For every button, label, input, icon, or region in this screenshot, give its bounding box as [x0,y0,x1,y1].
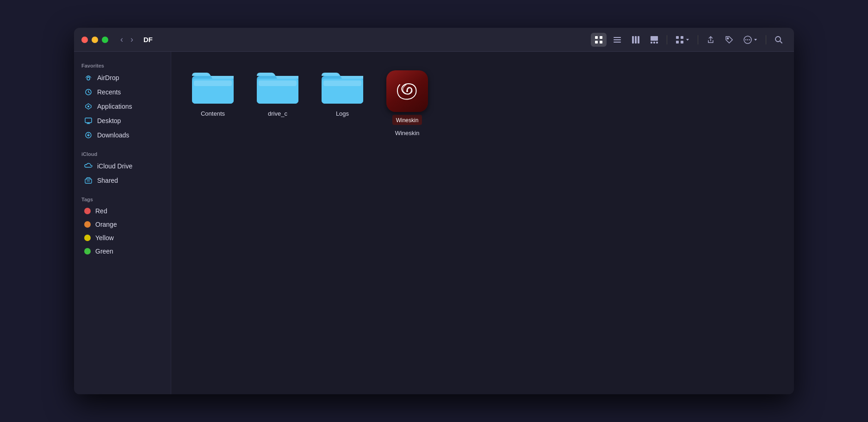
folder-title: DF [143,36,153,43]
logs-label: Logs [336,110,349,117]
icloud-drive-icon [84,162,93,170]
svg-point-23 [749,39,750,40]
view-gallery-button[interactable] [646,33,662,47]
svg-rect-4 [614,37,621,38]
tag-red-dot [84,208,91,214]
svg-rect-16 [676,41,679,43]
share-button[interactable] [703,33,719,47]
svg-rect-9 [638,36,639,43]
sidebar-section-favorites: Favorites [74,59,171,70]
search-button[interactable] [771,33,787,47]
shared-label: Shared [97,177,118,184]
svg-rect-8 [635,36,637,43]
recents-label: Recents [97,88,121,96]
svg-rect-38 [194,81,232,86]
svg-rect-3 [600,41,602,43]
view-columns-button[interactable] [628,33,644,47]
sidebar-item-tag-green[interactable]: Green [77,245,168,258]
svg-rect-30 [85,118,92,123]
sidebar-item-downloads[interactable]: Downloads [77,128,168,142]
svg-point-29 [87,106,89,107]
sidebar-item-tag-orange[interactable]: Orange [77,218,168,231]
sidebar-item-tag-red[interactable]: Red [77,205,168,217]
svg-rect-1 [600,36,602,39]
svg-rect-13 [656,42,658,43]
svg-point-22 [747,39,748,40]
airdrop-icon [84,74,93,82]
tag-orange-dot [84,221,91,228]
svg-rect-0 [595,36,598,39]
minimize-button[interactable] [92,37,98,43]
svg-line-26 [780,41,782,43]
svg-rect-17 [681,41,683,43]
separator-3 [766,35,766,44]
recents-icon [84,88,93,96]
applications-icon [84,102,93,111]
tag-red-label: Red [95,207,107,215]
wineskin-label: Wineskin [395,130,420,137]
traffic-lights [81,37,108,43]
contents-label: Contents [201,110,225,117]
svg-rect-7 [632,36,634,43]
separator-1 [667,35,667,44]
tag-yellow-dot [84,235,91,241]
sidebar-section-icloud: iCloud [74,148,171,159]
separator-2 [698,35,698,44]
sidebar-section-tags: Tags [74,193,171,204]
sidebar-item-tag-yellow[interactable]: Yellow [77,231,168,244]
svg-rect-2 [595,41,598,43]
icloud-drive-label: iCloud Drive [97,162,132,170]
file-item-contents[interactable]: Contents [185,66,241,141]
sidebar-item-recents[interactable]: Recents [77,85,168,99]
view-list-button[interactable] [609,33,625,47]
view-icons-button[interactable] [591,33,607,47]
sidebar: Favorites AirDrop [74,52,171,394]
desktop-label: Desktop [97,117,121,124]
svg-marker-24 [754,39,757,41]
svg-point-46 [406,90,408,92]
svg-rect-11 [651,42,652,43]
applications-label: Applications [97,103,132,110]
svg-rect-10 [651,36,658,41]
tag-yellow-label: Yellow [95,234,114,242]
sidebar-item-desktop[interactable]: Desktop [77,114,168,128]
tag-green-label: Green [95,248,113,255]
back-button[interactable]: ‹ [118,33,126,46]
svg-point-27 [87,77,90,80]
svg-marker-18 [686,39,689,41]
sidebar-item-applications[interactable]: Applications [77,99,168,113]
close-button[interactable] [81,37,88,43]
tag-green-dot [84,248,91,254]
svg-rect-44 [323,81,361,86]
tag-button[interactable] [721,33,737,47]
file-item-wineskin[interactable]: Wineskin Wineskin [379,66,435,141]
maximize-button[interactable] [102,37,108,43]
drive_c-label: drive_c [268,110,287,117]
nav-buttons: ‹ › [118,33,136,46]
tag-orange-label: Orange [95,221,117,228]
file-item-logs[interactable]: Logs [315,66,370,141]
finder-window: ‹ › DF [74,28,794,394]
downloads-label: Downloads [97,131,129,139]
file-item-drive_c[interactable]: drive_c [250,66,305,141]
sidebar-item-icloud-drive[interactable]: iCloud Drive [77,159,168,173]
sidebar-item-airdrop[interactable]: AirDrop [77,71,168,85]
svg-rect-6 [614,42,621,43]
desktop-icon [84,117,93,125]
downloads-icon [84,131,93,139]
folder-icon-contents [192,70,234,106]
sidebar-item-shared[interactable]: Shared [77,174,168,187]
group-button[interactable] [672,33,693,47]
toolbar-right [591,33,787,47]
svg-rect-14 [676,36,679,39]
forward-button[interactable]: › [128,33,136,46]
svg-rect-12 [653,42,655,43]
svg-rect-41 [259,81,297,86]
svg-point-19 [727,37,729,39]
wineskin-app-name-badge: Wineskin [396,117,419,124]
svg-rect-5 [614,39,621,40]
airdrop-label: AirDrop [97,74,119,81]
folder-icon-logs [322,70,363,106]
svg-point-25 [775,37,781,42]
more-button[interactable] [740,33,761,47]
